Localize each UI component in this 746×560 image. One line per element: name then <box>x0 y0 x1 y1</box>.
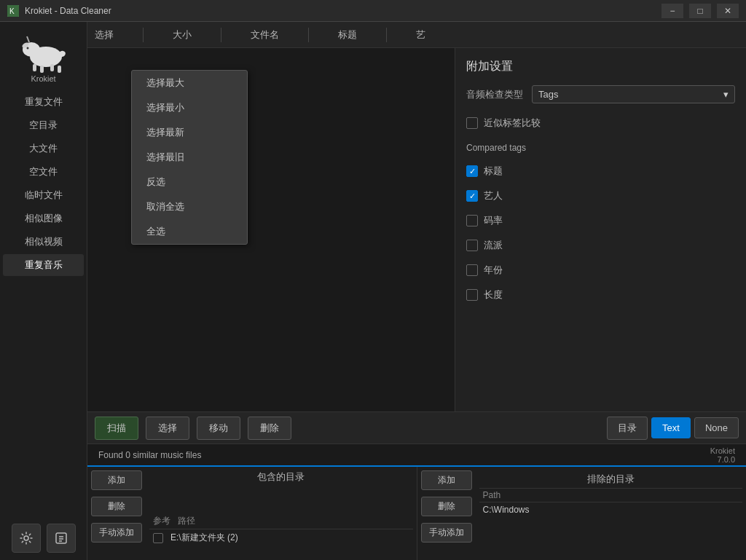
logo-image <box>18 29 69 73</box>
svg-line-11 <box>27 36 29 42</box>
right-panel: 附加设置 音频检查类型 Tags ▾ 近似标签比较 Compared tags … <box>455 48 746 411</box>
col-divider-3 <box>308 28 309 42</box>
audio-check-type-row: 音频检查类型 Tags ▾ <box>466 85 735 103</box>
context-menu: 选择最大 选择最小 选择最新 选择最旧 反选 取消全选 全选 <box>131 70 248 245</box>
minimize-button[interactable]: − <box>661 4 683 18</box>
version-text: Krokiet7.0.0 <box>710 446 735 464</box>
app-body: Krokiet 重复文件 空目录 大文件 空文件 临时文件 相似图像 相似视频 … <box>0 22 746 560</box>
included-dir-checkbox-0[interactable] <box>153 533 163 543</box>
view-toggle-buttons: 目录 Text None <box>607 417 739 440</box>
included-dirs-table: 参考 路径 E:\新建文件夹 (2) <box>149 513 413 556</box>
sidebar-action-buttons <box>4 516 83 560</box>
col-header-title[interactable]: 标题 <box>338 28 357 42</box>
sidebar-item-similar-videos[interactable]: 相似视频 <box>3 231 84 253</box>
right-panel-title: 附加设置 <box>466 59 735 74</box>
svg-rect-7 <box>50 64 54 71</box>
sidebar-item-similar-images[interactable]: 相似图像 <box>3 208 84 229</box>
excluded-manual-add-button[interactable]: 手动添加 <box>421 523 472 543</box>
main-content: 选择 大小 文件名 标题 艺 选择最大 选择最小 选择最新 选择最旧 反选 <box>87 22 746 560</box>
col-header-size[interactable]: 大小 <box>173 28 192 42</box>
excluded-dirs-buttons: 添加 删除 手动添加 <box>417 467 476 560</box>
ctx-select-all[interactable]: 全选 <box>132 219 247 244</box>
scan-button[interactable]: 扫描 <box>95 417 138 440</box>
tag-year-checkbox[interactable] <box>466 264 478 276</box>
move-button[interactable]: 移动 <box>197 417 240 440</box>
svg-point-12 <box>26 47 28 50</box>
excluded-col-path-label: Path <box>483 490 501 500</box>
tag-year-label: 年份 <box>484 264 503 277</box>
column-headers: 选择 大小 文件名 标题 艺 <box>87 22 746 48</box>
sidebar-item-temp-files[interactable]: 临时文件 <box>3 184 84 206</box>
ctx-select-largest[interactable]: 选择最大 <box>132 71 247 95</box>
included-dirs-col-headers: 参考 路径 <box>149 513 413 529</box>
included-dir-row-0: E:\新建文件夹 (2) <box>149 529 413 546</box>
tag-length-label: 长度 <box>484 288 503 301</box>
dropdown-chevron-icon: ▾ <box>723 89 729 100</box>
col-ref-label: 参考 <box>153 515 170 527</box>
app-icon: K <box>7 5 19 17</box>
logo-container: Krokiet <box>18 29 69 83</box>
tag-bitrate-checkbox[interactable] <box>466 215 478 226</box>
excluded-delete-button[interactable]: 删除 <box>421 497 472 516</box>
included-manual-add-button[interactable]: 手动添加 <box>91 523 142 543</box>
svg-text:K: K <box>9 7 15 15</box>
included-add-button[interactable]: 添加 <box>91 470 142 490</box>
sidebar-navigation: 重复文件 空目录 大文件 空文件 临时文件 相似图像 相似视频 重复音乐 <box>0 90 87 277</box>
excluded-dirs-panel: 排除的目录 Path C:\Windows <box>476 467 747 560</box>
close-button[interactable]: ✕ <box>717 4 739 18</box>
ctx-deselect-all[interactable]: 取消全选 <box>132 194 247 219</box>
info-button[interactable] <box>47 524 76 553</box>
col-path-label: 路径 <box>178 515 195 527</box>
none-view-button[interactable]: None <box>694 417 739 438</box>
tag-length-row: 长度 <box>466 288 735 301</box>
approximate-comparison-row: 近似标签比较 <box>466 117 735 130</box>
window-controls: − □ ✕ <box>661 4 739 18</box>
tag-length-checkbox[interactable] <box>466 289 478 301</box>
ctx-select-smallest[interactable]: 选择最小 <box>132 95 247 120</box>
audio-check-type-select[interactable]: Tags ▾ <box>532 85 735 103</box>
tag-bitrate-row: 码率 <box>466 214 735 227</box>
directory-view-button[interactable]: 目录 <box>607 417 648 440</box>
select-button[interactable]: 选择 <box>146 417 189 440</box>
included-dirs-buttons: 添加 删除 手动添加 <box>87 467 146 560</box>
settings-button[interactable] <box>12 524 41 553</box>
status-message: Found 0 similar music files <box>98 450 710 460</box>
text-view-button[interactable]: Text <box>651 417 691 438</box>
ctx-invert-selection[interactable]: 反选 <box>132 170 247 194</box>
tag-genre-checkbox[interactable] <box>466 240 478 251</box>
audio-check-type-value: Tags <box>538 89 558 100</box>
col-header-select[interactable]: 选择 <box>95 28 114 42</box>
delete-button[interactable]: 删除 <box>248 417 291 440</box>
tag-artist-checkbox[interactable] <box>466 190 478 202</box>
svg-point-13 <box>24 536 28 540</box>
col-header-artist[interactable]: 艺 <box>416 28 425 42</box>
sidebar-item-duplicate-files[interactable]: 重复文件 <box>3 91 84 113</box>
col-divider-1 <box>143 28 144 42</box>
tag-title-checkbox[interactable] <box>466 165 478 177</box>
sidebar-item-empty-dirs[interactable]: 空目录 <box>3 114 84 136</box>
tag-genre-label: 流派 <box>484 239 503 252</box>
svg-rect-8 <box>58 66 61 73</box>
excluded-add-button[interactable]: 添加 <box>421 470 472 490</box>
maximize-button[interactable]: □ <box>689 4 711 18</box>
logo-label: Krokiet <box>31 74 55 83</box>
sidebar-item-big-files[interactable]: 大文件 <box>3 138 84 159</box>
sidebar-item-empty-files[interactable]: 空文件 <box>3 161 84 183</box>
ctx-select-oldest[interactable]: 选择最旧 <box>132 145 247 170</box>
included-dir-path-0: E:\新建文件夹 (2) <box>170 532 238 544</box>
approximate-comparison-checkbox[interactable] <box>466 117 478 129</box>
file-list-area[interactable]: 选择最大 选择最小 选择最新 选择最旧 反选 取消全选 全选 <box>87 48 455 411</box>
sidebar-item-duplicate-music[interactable]: 重复音乐 <box>3 254 84 276</box>
approximate-comparison-label: 近似标签比较 <box>484 117 541 130</box>
excluded-dirs-title: 排除的目录 <box>479 470 743 489</box>
bottom-action-bar: 扫描 选择 移动 删除 目录 Text None <box>87 411 746 443</box>
svg-rect-14 <box>56 533 66 543</box>
tag-artist-row: 艺人 <box>466 189 735 202</box>
col-divider-2 <box>221 28 221 42</box>
included-delete-button[interactable]: 删除 <box>91 497 142 516</box>
ctx-select-newest[interactable]: 选择最新 <box>132 120 247 145</box>
col-header-filename[interactable]: 文件名 <box>251 28 279 42</box>
tag-artist-label: 艺人 <box>484 189 503 202</box>
svg-rect-4 <box>34 48 42 58</box>
window-title: Krokiet - Data Cleaner <box>25 6 661 16</box>
